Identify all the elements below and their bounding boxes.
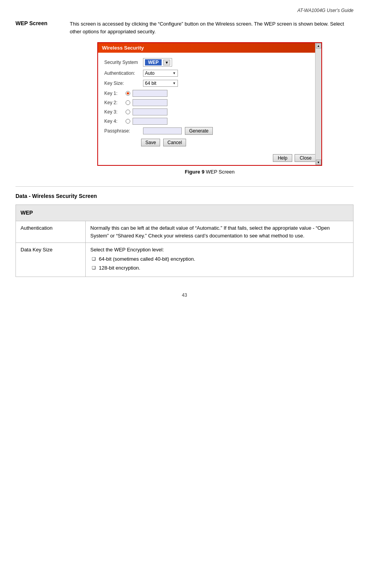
key-size-value: 64 bit [145, 81, 156, 86]
list-item: 64-bit (sometimes called 40-bit) encrypt… [90, 255, 348, 263]
key-4-radio[interactable] [126, 119, 130, 124]
scrollbar[interactable]: ▲ ▼ [315, 43, 321, 165]
dialog-titlebar: Wireless Security [98, 43, 321, 53]
key-size-label: Key Size: [104, 81, 143, 86]
save-cancel-row: Save Cancel [141, 139, 315, 146]
generate-button[interactable]: Generate [185, 127, 213, 135]
scroll-up-arrow[interactable]: ▲ [316, 43, 321, 48]
passphrase-label: Passphrase: [104, 128, 143, 134]
security-system-value: WEP [145, 59, 162, 65]
footer-buttons: Help Close [273, 154, 317, 162]
figure-label: Figure 9 [185, 169, 205, 175]
key-3-row: Key 3: [104, 108, 315, 115]
passphrase-row: Passphrase: Generate [104, 127, 315, 135]
wep-header: WEP [16, 205, 353, 221]
bullet-list: 64-bit (sometimes called 40-bit) encrypt… [90, 255, 348, 272]
data-table: WEP Authentication Normally this can be … [16, 205, 353, 277]
authentication-label: Authentication: [104, 70, 143, 76]
key-2-row: Key 2: [104, 99, 315, 106]
security-system-arrow[interactable]: ▼ [163, 60, 170, 65]
keys-section: Key 1: Key 2: Key 3: Ke [104, 90, 315, 125]
table-header-row: WEP [16, 205, 353, 221]
key-2-radio[interactable] [126, 100, 130, 105]
authentication-cell-left: Authentication [16, 221, 86, 243]
help-button[interactable]: Help [273, 154, 293, 162]
page-number: 43 [16, 292, 353, 298]
key-4-row: Key 4: [104, 118, 315, 125]
table-row: Authentication Normally this can be left… [16, 221, 353, 243]
cancel-button[interactable]: Cancel [163, 139, 186, 146]
page-header: AT-WA1004G User's Guide [16, 8, 353, 13]
key-1-row: Key 1: [104, 90, 315, 97]
scroll-down-arrow[interactable]: ▼ [316, 160, 321, 165]
key-2-input[interactable] [133, 99, 167, 106]
wep-screen-section: WEP Screen This screen is accessed by cl… [16, 20, 353, 35]
key-1-radio[interactable] [126, 91, 130, 96]
key-size-row: Key Size: 64 bit ▼ [104, 80, 315, 87]
dialog-footer: Help Close [98, 152, 321, 165]
save-button[interactable]: Save [141, 139, 160, 146]
dialog-body: Security System WEP ▼ Authentication: Au… [98, 53, 321, 152]
key-4-label: Key 4: [104, 119, 126, 124]
key-4-input[interactable] [133, 118, 167, 125]
key-size-arrow[interactable]: ▼ [172, 81, 176, 85]
section-title: WEP Screen [16, 20, 62, 35]
dialog-wrapper: ▲ ▼ Wireless Security Security System WE… [66, 42, 353, 166]
security-system-label: Security System [104, 60, 143, 65]
dialog-title: Wireless Security [102, 45, 144, 51]
section-intro: This screen is accessed by clicking the … [70, 20, 353, 35]
data-section-title: Data - Wireless Security Screen [16, 193, 353, 199]
data-key-size-cell-right: Select the WEP Encryption level: 64-bit … [86, 243, 353, 277]
authentication-cell-right: Normally this can be left at the default… [86, 221, 353, 243]
key-3-radio[interactable] [126, 110, 130, 114]
key-2-label: Key 2: [104, 100, 126, 105]
figure-caption: Figure 9 WEP Screen [66, 169, 353, 175]
table-row: Data Key Size Select the WEP Encryption … [16, 243, 353, 277]
data-key-size-cell-left: Data Key Size [16, 243, 86, 277]
close-button[interactable]: Close [295, 154, 317, 162]
security-system-select[interactable]: WEP ▼ [143, 58, 172, 67]
authentication-select[interactable]: Auto ▼ [143, 70, 178, 77]
authentication-arrow[interactable]: ▼ [172, 71, 176, 75]
key-1-label: Key 1: [104, 91, 126, 96]
key-1-input[interactable] [133, 90, 167, 97]
wep-dialog: ▲ ▼ Wireless Security Security System WE… [97, 42, 322, 166]
figure-text: WEP Screen [206, 169, 235, 175]
key-3-label: Key 3: [104, 109, 126, 115]
passphrase-input[interactable] [143, 127, 182, 134]
authentication-row: Authentication: Auto ▼ [104, 70, 315, 77]
security-system-row: Security System WEP ▼ [104, 58, 315, 67]
key-3-input[interactable] [133, 108, 167, 115]
authentication-value: Auto [145, 70, 155, 76]
key-size-select[interactable]: 64 bit ▼ [143, 80, 178, 87]
list-item: 128-bit encryption. [90, 264, 348, 272]
